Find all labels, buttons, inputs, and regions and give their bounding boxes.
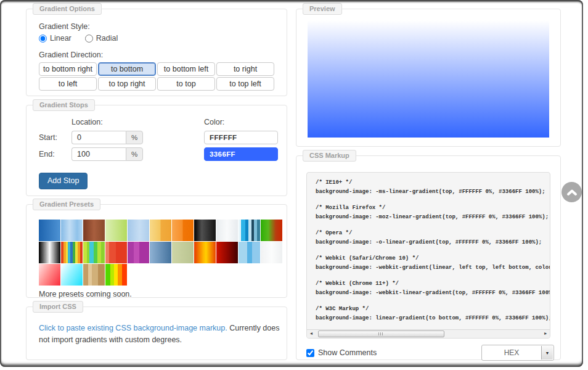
radial-radio-label: Radial	[96, 34, 118, 43]
preset-swatch[interactable]	[83, 242, 105, 263]
preset-swatch[interactable]	[194, 220, 216, 241]
css-markup-legend: CSS Markup	[303, 150, 356, 162]
start-color-field[interactable]: FFFFFF	[204, 131, 278, 144]
direction-to-top-left-button[interactable]: to top left	[216, 77, 274, 91]
direction-to-bottom-button[interactable]: to bottom	[98, 62, 156, 76]
direction-to-bottom-left-button[interactable]: to bottom left	[157, 62, 215, 76]
radio-option-linear[interactable]: Linear	[39, 34, 71, 43]
preview-legend: Preview	[303, 3, 342, 15]
direction-to-top-button[interactable]: to top	[157, 77, 215, 91]
start-location-input[interactable]	[71, 131, 126, 144]
code-line: background-image: linear-gradient(to bot…	[316, 314, 541, 323]
preset-swatch[interactable]	[128, 220, 149, 241]
code-block-w3c: /* W3C Markup */ background-image: linea…	[316, 305, 541, 323]
css-markup-code-area[interactable]: /* IE10+ */ background-image: -ms-linear…	[306, 172, 550, 339]
code-comment: /* Webkit (Safari/Chrome 10) */	[316, 254, 541, 263]
show-comments-label: Show Comments	[318, 348, 377, 357]
start-percent-addon: %	[126, 131, 143, 144]
preset-swatch[interactable]	[216, 220, 238, 241]
import-css-text: Click to paste existing CSS background-i…	[39, 323, 280, 347]
presets-note: More presets coming soon.	[39, 290, 283, 298]
show-comments-control[interactable]: Show Comments	[306, 348, 377, 357]
markup-footer: Show Comments HEX ▼	[306, 345, 554, 361]
right-column: Preview CSS Markup /* IE10+ */ backgroun…	[296, 9, 561, 360]
gradient-stops-legend: Gradient Stops	[33, 99, 95, 111]
direction-to-left-button[interactable]: to left	[39, 77, 97, 91]
preset-swatch[interactable]	[261, 220, 282, 241]
code-block-webkit-new: /* Webkit (Chrome 11+) */ background-ima…	[316, 279, 541, 298]
radio-option-radial[interactable]: Radial	[85, 34, 118, 43]
code-block-ie: /* IE10+ */ background-image: -ms-linear…	[316, 178, 541, 197]
add-stop-button[interactable]: Add Stop	[39, 173, 88, 189]
scroll-to-top-button[interactable]	[561, 182, 582, 202]
direction-to-bottom-right-button[interactable]: to bottom right	[39, 62, 97, 76]
code-block-firefox: /* Mozilla Firefox */ background-image: …	[316, 204, 541, 222]
code-block-webkit-old: /* Webkit (Safari/Chrome 10) */ backgrou…	[316, 254, 541, 273]
start-label: Start:	[39, 133, 71, 142]
preview-panel: Preview	[296, 9, 561, 147]
preset-swatch[interactable]	[261, 242, 282, 263]
preset-swatch[interactable]	[105, 220, 127, 241]
preset-swatch[interactable]	[105, 242, 127, 263]
preset-swatch[interactable]	[61, 242, 83, 263]
gradient-direction-label: Gradient Direction:	[39, 51, 274, 59]
code-line: background-image: -webkit-linear-gradien…	[316, 289, 541, 298]
scrollbar-thumb[interactable]	[318, 331, 444, 337]
code-comment: /* IE10+ */	[316, 178, 541, 187]
scroll-left-arrow-icon[interactable]: ◄	[307, 330, 316, 338]
code-block-opera: /* Opera */ background-image: -o-linear-…	[316, 229, 541, 247]
horizontal-scrollbar[interactable]: ◄ ►	[307, 329, 550, 338]
gradient-options-panel: Gradient Options Gradient Style: Linear …	[26, 9, 287, 96]
preset-swatch[interactable]	[172, 220, 194, 241]
select-dropdown-arrow-icon[interactable]: ▼	[541, 346, 553, 360]
preset-swatch[interactable]	[172, 242, 194, 263]
code-comment: /* W3C Markup */	[316, 305, 541, 314]
preset-swatch[interactable]	[150, 242, 171, 263]
end-color-field[interactable]: 3366FF	[204, 147, 278, 161]
direction-to-top-right-button[interactable]: to top right	[98, 77, 156, 91]
left-column: Gradient Options Gradient Style: Linear …	[26, 9, 287, 360]
gradient-presets-legend: Gradient Presets	[33, 199, 100, 210]
gradient-preview	[308, 20, 549, 138]
paste-css-link[interactable]: Click to paste existing CSS background-i…	[39, 324, 227, 332]
end-label: End:	[39, 150, 71, 158]
scroll-right-arrow-icon[interactable]: ►	[541, 330, 550, 338]
color-format-select[interactable]: HEX ▼	[481, 345, 554, 361]
preset-swatch[interactable]	[239, 242, 260, 263]
show-comments-checkbox[interactable]	[306, 349, 314, 357]
code-line: background-image: -o-linear-gradient(top…	[316, 238, 541, 247]
gradient-options-legend: Gradient Options	[33, 3, 102, 15]
preset-swatch[interactable]	[128, 242, 149, 263]
radial-radio[interactable]	[85, 35, 93, 43]
preset-swatch[interactable]	[239, 220, 260, 241]
preset-swatch[interactable]	[39, 220, 60, 241]
code-comment: /* Opera */	[316, 229, 541, 238]
gradient-style-label: Gradient Style:	[39, 22, 274, 31]
code-line: background-image: -moz-linear-gradient(t…	[316, 213, 541, 222]
code-comment: /* Webkit (Chrome 11+) */	[316, 279, 541, 289]
preset-swatch[interactable]	[61, 220, 83, 241]
preset-swatch[interactable]	[39, 264, 60, 286]
location-header: Location:	[71, 118, 143, 126]
end-percent-addon: %	[126, 147, 143, 161]
css-markup-panel: CSS Markup /* IE10+ */ background-image:…	[296, 155, 561, 360]
end-location-input[interactable]	[71, 147, 126, 161]
gradient-stops-panel: Gradient Stops Location: Color: Start: %…	[26, 105, 287, 196]
preset-swatch[interactable]	[83, 220, 105, 241]
preset-swatch[interactable]	[216, 242, 238, 263]
color-format-value: HEX	[482, 345, 541, 360]
color-header: Color:	[204, 118, 278, 126]
stops-grid: Location: Color: Start: % FFFFFF End: % …	[39, 118, 274, 161]
preset-swatch-grid	[39, 220, 284, 286]
preset-swatch[interactable]	[105, 264, 127, 286]
preset-swatch[interactable]	[39, 242, 60, 263]
direction-to-right-button[interactable]: to right	[216, 62, 274, 76]
preset-swatch[interactable]	[61, 264, 83, 286]
preset-swatch[interactable]	[150, 220, 171, 241]
preset-swatch[interactable]	[194, 242, 216, 263]
import-css-panel: Import CSS Click to paste existing CSS b…	[26, 306, 287, 360]
gradient-presets-panel: Gradient Presets	[26, 204, 287, 298]
linear-radio[interactable]	[39, 35, 47, 43]
gradient-style-radios: Linear Radial	[39, 34, 274, 43]
preset-swatch[interactable]	[83, 264, 105, 286]
